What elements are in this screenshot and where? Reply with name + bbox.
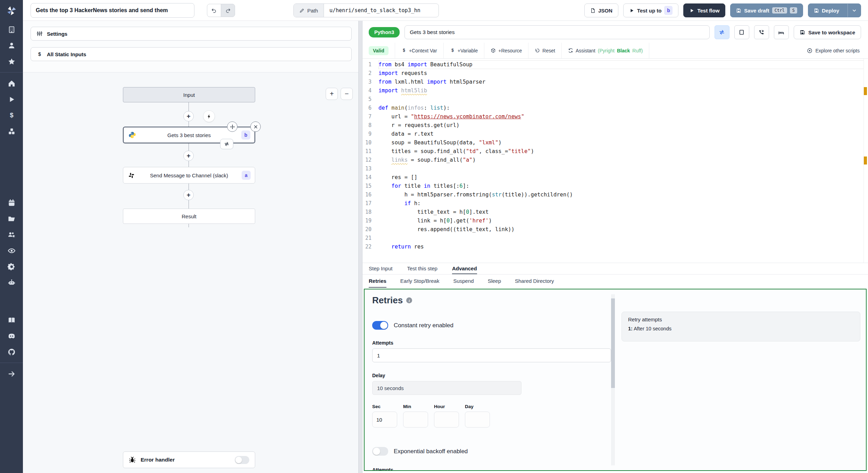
all-static-inputs-bar[interactable]: All Static Inputs — [31, 47, 352, 61]
add-resource-button[interactable]: +Resource — [484, 43, 528, 58]
subtab-sleep[interactable]: Sleep — [488, 274, 501, 288]
overview-ruler[interactable] — [863, 59, 868, 263]
attempts-input[interactable] — [372, 348, 611, 362]
constant-retry-toggle[interactable] — [372, 321, 388, 330]
save-draft-button[interactable]: Save draftCtrlS — [730, 3, 803, 17]
min-input[interactable] — [403, 412, 428, 428]
code-line[interactable]: 9 data = r.text — [362, 130, 868, 138]
code-line[interactable]: 12 links = soup.find_all("a") — [362, 156, 868, 164]
docs-book-icon[interactable] — [0, 312, 23, 328]
deploy-button[interactable]: Deploy — [808, 3, 861, 17]
flow-node-input[interactable]: Input — [123, 87, 255, 102]
settings-gear-icon[interactable] — [0, 259, 23, 274]
groups-icon[interactable] — [0, 227, 23, 243]
variables-dollar-icon[interactable] — [0, 107, 23, 123]
favorites-star-icon[interactable] — [0, 53, 23, 69]
code-line[interactable]: 18 title_text = h[0].text — [362, 208, 868, 217]
home-icon[interactable] — [0, 75, 23, 91]
code-line[interactable]: 11 titles = soup.find_all("td", class_="… — [362, 147, 868, 156]
flow-settings-bar[interactable]: Settings — [31, 27, 352, 41]
sec-input[interactable] — [372, 412, 397, 428]
flow-canvas[interactable]: + − Input + Gets 3 best stories b — [23, 72, 358, 473]
github-icon[interactable] — [0, 344, 23, 360]
insert-step-button[interactable]: + — [183, 190, 194, 200]
subtab-retries[interactable]: Retries — [369, 274, 386, 288]
error-handler-node[interactable]: Error handler — [123, 451, 255, 468]
redo-button[interactable] — [221, 4, 235, 17]
audit-eye-icon[interactable] — [0, 243, 23, 259]
expand-sidebar-arrow-icon[interactable] — [0, 366, 23, 382]
code-line[interactable]: 2import requests — [362, 69, 868, 78]
flow-title-input[interactable] — [31, 3, 194, 18]
step-id-badge: a — [242, 171, 251, 180]
code-line[interactable]: 14 res = [] — [362, 173, 868, 182]
subtab-suspend[interactable]: Suspend — [453, 274, 474, 288]
subtab-shared-directory[interactable]: Shared Directory — [515, 274, 554, 288]
code-line[interactable]: 3from lxml.html import html5parser — [362, 78, 868, 86]
discord-icon[interactable] — [0, 328, 23, 344]
runs-play-icon[interactable] — [0, 91, 23, 107]
folders-icon[interactable] — [0, 211, 23, 227]
code-line[interactable]: 7 url = "https://news.ycombinator.com/ne… — [362, 112, 868, 121]
sleep-bed-button[interactable] — [774, 25, 789, 39]
add-variable-button[interactable]: +Variable — [444, 43, 485, 58]
code-line[interactable]: 22 return res — [362, 243, 868, 251]
tab-test-this-step[interactable]: Test this step — [407, 263, 437, 274]
insert-step-button[interactable]: + — [183, 111, 194, 121]
tab-advanced[interactable]: Advanced — [452, 263, 477, 274]
fullscreen-button[interactable] — [734, 25, 749, 39]
retries-scrollbar-thumb[interactable] — [611, 298, 615, 388]
code-line[interactable]: 21 — [362, 234, 868, 243]
code-line[interactable]: 16 h = html5parser.fromstring(str(title)… — [362, 191, 868, 199]
resources-cubes-icon[interactable] — [0, 123, 23, 139]
code-editor[interactable]: 1from bs4 import BeautifulSoup2import re… — [362, 59, 868, 263]
loop-step-button[interactable] — [220, 139, 233, 149]
code-line[interactable]: 4import html5lib — [362, 86, 868, 95]
code-line[interactable]: 6def main(infos: list): — [362, 104, 868, 112]
workspace-building-icon[interactable] — [0, 22, 23, 37]
code-line[interactable]: 10 soup = BeautifulSoup(data, "lxml") — [362, 138, 868, 147]
info-icon[interactable]: i — [406, 297, 412, 303]
test-up-to-button[interactable]: Test up tob — [623, 3, 679, 17]
hour-input[interactable] — [434, 412, 459, 428]
assistant-button[interactable]: Assistant(PyrightBlackRuff) — [562, 43, 650, 58]
undo-button[interactable] — [207, 4, 221, 17]
code-line[interactable]: 8 r = requests.get(url) — [362, 121, 868, 130]
webhook-phone-button[interactable] — [754, 25, 769, 39]
code-line[interactable]: 19 link = h[0].get('href') — [362, 217, 868, 225]
code-line[interactable]: 5 — [362, 95, 868, 104]
add-context-var-button[interactable]: +Context Var — [395, 43, 444, 58]
tab-step-input[interactable]: Step Input — [369, 263, 392, 274]
path-value[interactable]: u/henri/send_to_slack_top3_hn — [324, 4, 439, 17]
insert-step-button[interactable]: + — [183, 151, 194, 161]
code-line[interactable]: 20 res.append((title_text, link)) — [362, 225, 868, 234]
day-input[interactable] — [465, 412, 490, 428]
zoom-out-button[interactable]: − — [341, 88, 353, 100]
json-button[interactable]: JSON — [584, 3, 618, 17]
flow-node-result[interactable]: Result — [123, 209, 255, 224]
save-to-workspace-button[interactable]: Save to workspace — [794, 25, 861, 39]
delete-step-button[interactable] — [250, 121, 261, 132]
panel-resize-handle[interactable] — [358, 21, 362, 473]
windmill-logo-icon[interactable] — [0, 0, 23, 22]
subtab-early-stop[interactable]: Early Stop/Break — [400, 274, 440, 288]
explore-other-scripts-button[interactable]: Explore other scripts — [799, 43, 868, 58]
test-flow-button[interactable]: Test flow — [683, 3, 725, 17]
code-line[interactable]: 13 — [362, 164, 868, 173]
code-line[interactable]: 1from bs4 import BeautifulSoup — [362, 60, 868, 69]
error-handler-toggle[interactable] — [235, 456, 249, 464]
step-name-input[interactable] — [404, 25, 710, 39]
user-icon[interactable] — [0, 37, 23, 53]
schedules-calendar-icon[interactable] — [0, 195, 23, 211]
reset-button[interactable]: Reset — [528, 43, 562, 58]
loop-mode-button[interactable] — [715, 25, 729, 39]
code-line[interactable]: 17 if h: — [362, 199, 868, 208]
exponential-backoff-toggle[interactable] — [372, 447, 388, 456]
code-line[interactable]: 15 for title in titles[:6]: — [362, 182, 868, 191]
zoom-in-button[interactable]: + — [326, 88, 338, 100]
trigger-bolt-icon[interactable] — [203, 110, 215, 122]
deploy-dropdown-chevron-icon[interactable] — [848, 4, 861, 17]
ai-robot-icon[interactable] — [0, 274, 23, 290]
move-step-button[interactable] — [227, 121, 237, 132]
flow-node-step-a[interactable]: Send Message to Channel (slack) a — [123, 167, 255, 184]
